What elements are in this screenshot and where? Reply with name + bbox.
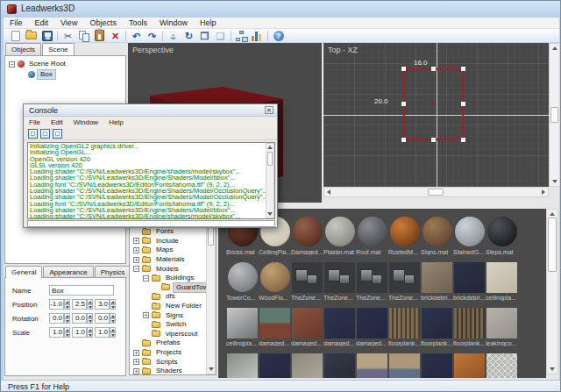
name-field[interactable]	[49, 285, 114, 296]
scrollbar-thumb[interactable]	[548, 217, 557, 272]
material-thumbnail-Damaged---[interactable]	[292, 217, 323, 247]
console-save-icon[interactable]	[40, 129, 50, 139]
expander-icon[interactable]: −	[133, 266, 139, 272]
copy-icon[interactable]	[77, 30, 90, 42]
asset-tree-item-new-folder[interactable]: New Folder	[131, 302, 205, 311]
console-title-bar[interactable]: Console ✕	[24, 104, 277, 117]
material-thumbnail[interactable]	[292, 353, 323, 378]
spinner-down-button[interactable]	[87, 318, 93, 324]
material-thumbnail-floorplank---[interactable]	[422, 308, 452, 339]
console-close-button[interactable]: ✕	[265, 106, 273, 114]
material-thumbnail-TheZone---[interactable]	[357, 262, 387, 293]
menu-window[interactable]: Window	[153, 18, 194, 28]
material-thumbnail-StainedG---[interactable]	[454, 217, 485, 247]
menu-objects[interactable]: Objects	[83, 18, 123, 28]
spinner-down-button[interactable]	[110, 318, 116, 324]
redo-icon[interactable]: ↷	[146, 30, 159, 42]
spinner-value[interactable]: 0.0	[72, 313, 87, 324]
thumbnails-scrollbar[interactable]	[546, 209, 558, 374]
material-thumbnail-Roof-mat[interactable]	[357, 217, 387, 247]
paste-icon[interactable]	[93, 30, 106, 42]
tab-physics[interactable]: Physics	[95, 266, 131, 278]
hierarchy-icon[interactable]	[235, 30, 248, 42]
scrollbar-thumb[interactable]	[428, 189, 444, 196]
delete-icon[interactable]: ✕	[109, 30, 122, 42]
scale-icon[interactable]: ❐	[198, 30, 211, 42]
expander-icon[interactable]: +	[133, 238, 139, 244]
expander-icon[interactable]: +	[143, 312, 149, 318]
spinner-down-button[interactable]	[87, 332, 93, 338]
spinner-value[interactable]: 1.0	[95, 327, 110, 338]
material-thumbnail-ceilingpla---[interactable]	[486, 262, 517, 293]
material-thumbnail[interactable]	[324, 353, 355, 378]
material-thumbnail[interactable]	[422, 353, 452, 378]
console-new-icon[interactable]	[28, 129, 38, 139]
material-thumbnail-damaged---[interactable]	[357, 308, 387, 339]
scrollbar-thumb[interactable]	[550, 107, 558, 123]
help-icon[interactable]: ?	[272, 30, 285, 42]
handle-bottom-left[interactable]	[401, 138, 406, 142]
spinner-down-button[interactable]	[110, 332, 116, 338]
rotate-icon[interactable]: ↻	[182, 30, 195, 42]
asset-tree-item-dfs[interactable]: dfs	[131, 292, 205, 302]
handle-bottom-mid[interactable]	[431, 138, 436, 142]
material-thumbnail-brickdebri---[interactable]	[422, 262, 452, 293]
console-window[interactable]: Console ✕ FileEditWindowHelp Initializin…	[23, 103, 278, 228]
asset-tree-item-guardtower[interactable]: GuardTower	[131, 283, 205, 293]
material-thumbnail-damaged---[interactable]	[292, 308, 323, 339]
asset-tree-item-projects[interactable]: +Projects	[131, 348, 205, 358]
spinner-value[interactable]: 2.5	[72, 299, 87, 310]
tab-objects[interactable]: Objects	[5, 43, 41, 55]
save-icon[interactable]	[40, 30, 53, 42]
spinner-down-button[interactable]	[64, 332, 70, 338]
asset-tree-item-shaders[interactable]: +Shaders	[131, 367, 205, 375]
material-thumbnail-TheZone---[interactable]	[324, 262, 355, 293]
spinner-value[interactable]: -1.0	[49, 299, 64, 310]
handle-top-right[interactable]	[461, 67, 465, 71]
material-thumbnail[interactable]	[259, 353, 290, 378]
material-thumbnail[interactable]	[454, 353, 485, 378]
console-log[interactable]: Initializing OpenGL2 graphics driver...I…	[27, 142, 275, 219]
title-bar[interactable]: Leadwerks3D	[1, 1, 561, 18]
handle-top-mid[interactable]	[431, 67, 436, 71]
material-thumbnail[interactable]	[486, 353, 517, 378]
spinner-value[interactable]: 1.0	[72, 327, 87, 338]
menu-view[interactable]: View	[54, 18, 83, 28]
material-thumbnail-RustedM---[interactable]	[389, 217, 420, 247]
material-thumbnail-floorplank---[interactable]	[389, 308, 420, 339]
material-thumbnail-damaged---[interactable]	[259, 308, 290, 339]
asset-tree-item-prefabs[interactable]: Prefabs	[131, 339, 205, 348]
console-input[interactable]	[27, 220, 275, 227]
material-thumbnail-Signs-mat[interactable]	[422, 217, 452, 247]
expander-icon[interactable]: +	[133, 350, 139, 356]
spinner-value[interactable]: 3.0	[95, 299, 110, 310]
handle-mid-right[interactable]	[461, 102, 465, 106]
expander-icon[interactable]: −	[143, 275, 149, 282]
material-thumbnail-Plaster-mat[interactable]	[324, 217, 355, 247]
spinner-value[interactable]: 1.0	[49, 327, 64, 338]
menu-tools[interactable]: Tools	[123, 18, 153, 28]
expander-icon[interactable]: +	[133, 359, 139, 365]
cut-icon[interactable]: ✂	[61, 30, 75, 42]
expander-icon[interactable]: +	[133, 257, 139, 263]
material-thumbnail-damaged---[interactable]	[324, 308, 355, 339]
material-thumbnail-floorplank---[interactable]	[454, 308, 485, 339]
asset-tree-item-scripts[interactable]: +Scripts	[131, 357, 205, 367]
expander-icon[interactable]: +	[133, 368, 139, 374]
material-thumbnail-Steps-mat[interactable]	[486, 217, 517, 247]
console-copy-icon[interactable]	[53, 129, 62, 139]
material-thumbnail-WoodFlo---[interactable]	[259, 262, 290, 293]
topview-horizontal-scrollbar[interactable]	[323, 187, 549, 197]
material-thumbnail-TheZone---[interactable]	[292, 262, 323, 293]
selection-rectangle[interactable]	[403, 68, 464, 140]
tab-scene[interactable]: Scene	[42, 43, 75, 55]
move-icon[interactable]: ↔↕	[167, 30, 180, 42]
asset-tree-item-switch[interactable]: Switch	[131, 320, 205, 330]
console-menu-help[interactable]: Help	[103, 117, 128, 128]
console-scrollbar[interactable]	[266, 143, 274, 218]
console-menu-window[interactable]: Window	[68, 117, 103, 128]
spinner-down-button[interactable]	[64, 318, 70, 324]
tab-general[interactable]: General	[5, 266, 42, 278]
scrollbar-thumb[interactable]	[267, 152, 273, 166]
spinner-down-button[interactable]	[64, 304, 70, 310]
